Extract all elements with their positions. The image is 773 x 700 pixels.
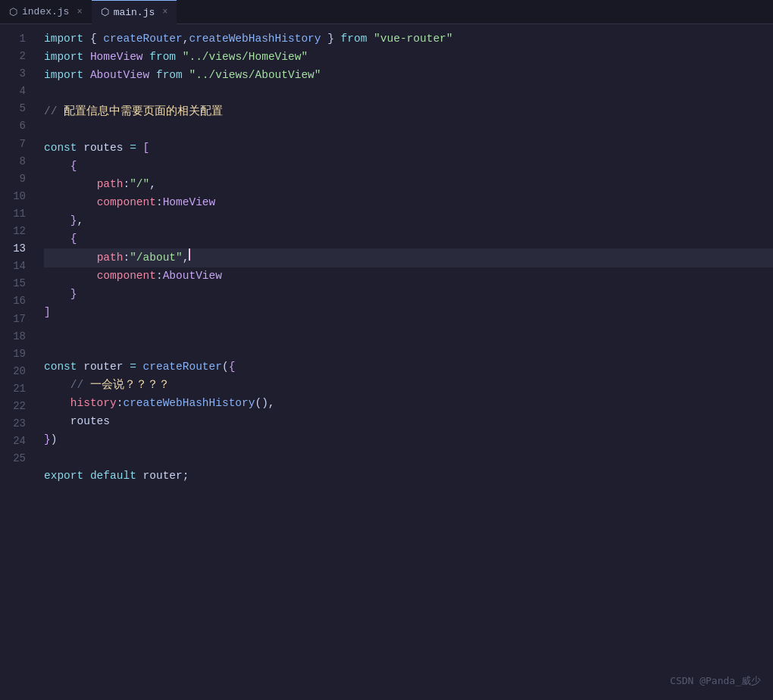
token-fn: createRouter <box>103 30 182 48</box>
token-prop: component <box>97 267 156 286</box>
line-number-12: 12 <box>0 223 26 240</box>
token-id: routes <box>70 413 110 431</box>
token-plain: (), <box>255 395 274 413</box>
token-plain: : <box>123 249 130 267</box>
line-number-9: 9 <box>0 170 26 188</box>
code-line-22: routes <box>44 413 773 431</box>
code-line-14: component:AboutView <box>44 267 773 286</box>
token-plain <box>143 48 150 67</box>
token-plain: : <box>117 395 124 413</box>
token-plain <box>367 30 374 48</box>
line-number-7: 7 <box>0 136 26 153</box>
watermark: CSDN @Panda_威少 <box>670 674 761 688</box>
line-number-22: 22 <box>0 398 26 415</box>
tab-close-main-js[interactable]: × <box>162 7 167 17</box>
code-line-1: import { createRouter,createWebHashHisto… <box>44 30 773 48</box>
line-number-15: 15 <box>0 275 26 292</box>
token-plain <box>83 467 90 486</box>
token-brack: ] <box>44 304 51 322</box>
text-cursor <box>189 248 190 261</box>
tab-main-js[interactable]: ⬡main.js× <box>92 0 177 24</box>
line-number-10: 10 <box>0 188 26 205</box>
token-prop: path <box>97 249 124 267</box>
code-line-19: const router = createRouter({ <box>44 358 773 377</box>
token-plain: , <box>183 249 189 267</box>
code-content[interactable]: import { createRouter,createWebHashHisto… <box>38 24 773 700</box>
token-plain: , <box>77 212 84 230</box>
token-plain: : <box>123 176 130 194</box>
line-number-20: 20 <box>0 363 26 380</box>
code-line-12: { <box>44 230 773 248</box>
token-kw: import <box>44 67 83 85</box>
token-plain <box>123 139 130 158</box>
code-line-15: } <box>44 286 773 304</box>
token-plain <box>44 176 97 194</box>
token-kw: const <box>44 139 77 158</box>
line-number-17: 17 <box>0 311 26 328</box>
line-number-4: 4 <box>0 83 26 100</box>
token-kw: default <box>90 467 136 486</box>
code-line-6 <box>44 121 773 139</box>
token-fn: createRouter <box>143 358 222 377</box>
line-number-2: 2 <box>0 48 26 65</box>
line-number-13: 13 <box>0 240 26 258</box>
code-line-23: }) <box>44 431 773 449</box>
editor-area: 1234567891011121314151617181920212223242… <box>0 24 773 700</box>
token-kw: import <box>44 30 83 48</box>
token-plain <box>44 230 70 248</box>
token-kw: const <box>44 358 77 377</box>
tab-index-js[interactable]: ⬡index.js× <box>0 0 92 24</box>
line-number-5: 5 <box>0 100 26 117</box>
code-line-8: { <box>44 158 773 176</box>
line-number-11: 11 <box>0 205 26 223</box>
token-import-path: "vue-router" <box>374 30 452 48</box>
token-plain: ) <box>51 431 58 449</box>
line-number-1: 1 <box>0 30 26 48</box>
code-line-3: import AboutView from "../views/AboutVie… <box>44 67 773 85</box>
token-plain <box>44 212 70 230</box>
token-comment: // <box>70 377 90 395</box>
line-number-25: 25 <box>0 450 26 467</box>
code-line-16: ] <box>44 304 773 322</box>
token-brack: { <box>229 358 236 377</box>
token-str: "/" <box>130 176 149 194</box>
code-line-18 <box>44 340 773 358</box>
token-plain <box>136 139 143 158</box>
token-kw: from <box>341 30 368 48</box>
line-number-21: 21 <box>0 380 26 398</box>
tab-bar: ⬡index.js×⬡main.js× <box>0 0 773 24</box>
code-line-11: }, <box>44 212 773 230</box>
token-fn: createWebHashHistory <box>189 30 321 48</box>
line-number-19: 19 <box>0 345 26 363</box>
token-plain <box>44 158 70 176</box>
code-line-4 <box>44 85 773 103</box>
token-plain <box>149 67 156 85</box>
token-plain <box>44 413 70 431</box>
code-line-17 <box>44 322 773 340</box>
token-plain <box>77 358 84 377</box>
token-plain <box>83 67 90 85</box>
token-plain: ( <box>222 358 229 377</box>
token-brack: { <box>70 230 77 248</box>
token-fn: createWebHashHistory <box>123 395 255 413</box>
token-kw: from <box>156 67 183 85</box>
tab-close-index-js[interactable]: × <box>77 7 82 17</box>
token-id: routes <box>83 139 123 158</box>
line-number-24: 24 <box>0 433 26 450</box>
line-number-8: 8 <box>0 153 26 170</box>
token-val: AboutView <box>90 67 149 85</box>
code-line-20: // 一会说？？？？ <box>44 377 773 395</box>
token-op: = <box>130 358 136 377</box>
token-plain <box>83 48 90 67</box>
token-plain: { <box>83 30 103 48</box>
line-number-6: 6 <box>0 117 26 135</box>
token-brack: { <box>70 158 77 176</box>
token-comment-cn: 配置信息中需要页面的相关配置 <box>64 103 223 121</box>
token-plain <box>77 139 84 158</box>
code-line-24 <box>44 449 773 467</box>
token-brack: } <box>70 286 77 304</box>
line-number-18: 18 <box>0 328 26 345</box>
code-line-9: path:"/", <box>44 176 773 194</box>
token-id: router <box>83 358 123 377</box>
token-plain <box>136 467 143 486</box>
